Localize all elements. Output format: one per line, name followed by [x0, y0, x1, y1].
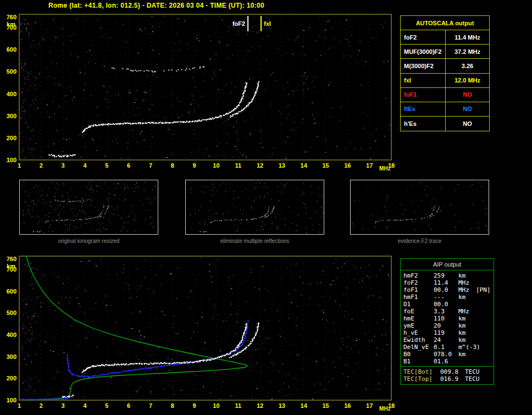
param-note [476, 329, 494, 336]
thumbnail-eliminate-reflections [185, 180, 324, 235]
param-unit: km [458, 322, 476, 329]
tec-top-row: TEC[Top]016.9TECU [403, 375, 494, 383]
trace-green-density-profile [25, 256, 247, 400]
param-note [476, 336, 494, 344]
svg-text:500: 500 [7, 68, 16, 75]
svg-text:MHz: MHz [379, 165, 391, 171]
svg-text:7: 7 [149, 402, 152, 409]
svg-text:16: 16 [344, 162, 351, 169]
param-label: DelN_vE [403, 344, 434, 351]
svg-text:400: 400 [7, 331, 16, 338]
svg-text:10: 10 [213, 402, 219, 409]
param-unit: TECU [465, 375, 494, 383]
svg-text:12: 12 [257, 162, 263, 169]
param-unit: MHz [458, 308, 476, 315]
svg-text:4: 4 [83, 402, 87, 409]
param-value: 259 [434, 272, 458, 279]
param-value: 119 [434, 329, 458, 336]
param-note [476, 272, 494, 279]
svg-text:14: 14 [301, 162, 308, 169]
noise-layer [20, 15, 391, 159]
autoscala-row-foF2: foF2 11.4 MHz [401, 30, 489, 45]
param-label: h_vE [403, 329, 434, 336]
param-label: foF1 [401, 88, 446, 102]
param-value: 00.0 [434, 286, 458, 294]
autoscala-row-M3000F2: M(3000)F2 3.26 [401, 59, 489, 73]
aip-row-foE: foE3.3MHz [401, 308, 494, 315]
param-unit [458, 358, 476, 365]
param-value: 12.0 MHz [446, 74, 489, 87]
param-label: D1 [403, 301, 434, 308]
profile-ionogram-chart: 1234567891011121314151617181002003004005… [0, 252, 398, 415]
marker-fxI: fxI [261, 16, 271, 31]
param-value: 009.8 [440, 368, 465, 375]
svg-text:200: 200 [7, 375, 16, 381]
svg-text:500: 500 [7, 309, 16, 316]
trace-second-hop [112, 67, 204, 73]
aip-row-B0: B0078.0km [401, 351, 494, 358]
param-label: foF2 [401, 30, 446, 44]
station-date-time-title: Rome (lat: +41.8, lon: 012.5) - DATE: 20… [48, 2, 264, 9]
param-note [476, 301, 494, 308]
param-value: 11.4 [434, 279, 458, 286]
param-unit: km [458, 294, 476, 301]
param-unit: MHz [458, 279, 476, 286]
param-note [476, 294, 494, 301]
tec-bot-row: TEC[Bot]009.8TECU [403, 368, 494, 375]
param-note [476, 315, 494, 322]
autoscala-row-MUF3000F2: MUF(3000)F2 37.2 MHz [401, 45, 489, 59]
param-label: B0 [403, 351, 434, 358]
svg-text:17: 17 [366, 162, 373, 169]
thumbnail-caption-eliminate: eliminate multiple reflections [185, 238, 324, 244]
param-note [476, 279, 494, 286]
aip-row-B1: B101.6 [401, 358, 494, 365]
thumbnail-ionogram-svg [351, 180, 489, 234]
svg-text:2: 2 [40, 162, 43, 169]
top-ionogram-svg: foF2fxI123456789101112131415161718100200… [0, 11, 398, 175]
aip-row-Ewidth: Ewidth24km [401, 336, 494, 344]
param-unit: km [458, 329, 476, 336]
param-label: foF1 [403, 286, 434, 294]
aip-row-ymE: ymE20km [401, 322, 494, 329]
svg-text:13: 13 [279, 402, 285, 409]
param-value: 24 [434, 336, 458, 344]
param-unit: km [458, 336, 476, 344]
svg-text:fxI: fxI [264, 20, 271, 27]
thumbnail-ionogram-svg [20, 180, 158, 234]
aip-row-hmF2: hmF2259km [401, 272, 494, 279]
param-label: fxI [401, 74, 446, 87]
aip-row-hmF1: hmF1---km [401, 294, 494, 301]
noise-layer [21, 257, 391, 399]
svg-text:300: 300 [7, 113, 16, 119]
plot-border [19, 256, 391, 400]
svg-text:9: 9 [193, 402, 196, 409]
param-note [476, 322, 494, 329]
autoscala-output-panel: AUTOSCALA output foF2 11.4 MHz MUF(3000)… [400, 15, 490, 131]
param-unit: km [458, 315, 476, 322]
svg-text:100: 100 [7, 397, 16, 403]
svg-text:5: 5 [105, 162, 108, 169]
autoscala-row-foF1: foF1 NO [401, 88, 489, 102]
param-value: 3.26 [446, 59, 489, 73]
param-value: 110 [434, 315, 458, 322]
param-note: [PN] [476, 286, 494, 294]
svg-text:100: 100 [7, 157, 16, 163]
param-label: B1 [403, 358, 434, 365]
autoscala-row-fxI: fxI 12.0 MHz [401, 74, 489, 88]
param-label: ymE [403, 322, 434, 329]
param-label: TEC[Top] [403, 375, 440, 383]
param-label: hmF1 [403, 294, 434, 301]
svg-text:3: 3 [62, 162, 65, 169]
svg-text:15: 15 [322, 162, 329, 169]
aip-panel-title: AIP output [401, 259, 494, 270]
param-value: 37.2 MHz [446, 45, 489, 58]
param-label: h'Es [401, 117, 446, 131]
svg-text:600: 600 [7, 46, 16, 53]
svg-text:8: 8 [171, 162, 174, 169]
svg-text:6: 6 [127, 402, 130, 409]
svg-text:600: 600 [7, 288, 16, 295]
param-unit: m^(-3) [458, 344, 476, 351]
thumbnail-ionogram-svg [186, 180, 324, 234]
param-note [476, 344, 494, 351]
param-label: MUF(3000)F2 [401, 45, 446, 58]
